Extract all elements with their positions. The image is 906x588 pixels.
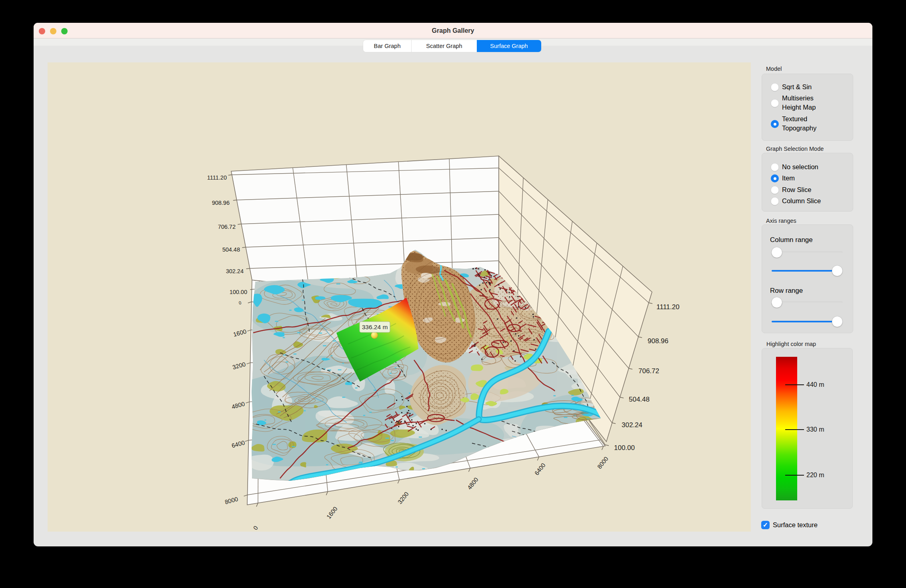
svg-text:1111.20: 1111.20 <box>656 303 680 311</box>
svg-text:908.96: 908.96 <box>212 200 230 206</box>
svg-text:302.24: 302.24 <box>622 421 642 429</box>
svg-text:706.72: 706.72 <box>638 367 659 375</box>
svg-text:100.00: 100.00 <box>230 289 247 295</box>
svg-text:302.24: 302.24 <box>226 268 244 274</box>
svg-text:706.72: 706.72 <box>218 224 236 230</box>
svg-text:504.48: 504.48 <box>629 396 650 403</box>
svg-text:1111.20: 1111.20 <box>207 174 227 181</box>
svg-text:504.48: 504.48 <box>222 246 240 253</box>
svg-text:336.24 m: 336.24 m <box>362 324 388 330</box>
svg-text:100.00: 100.00 <box>614 444 635 452</box>
svg-text:908.96: 908.96 <box>648 337 668 345</box>
